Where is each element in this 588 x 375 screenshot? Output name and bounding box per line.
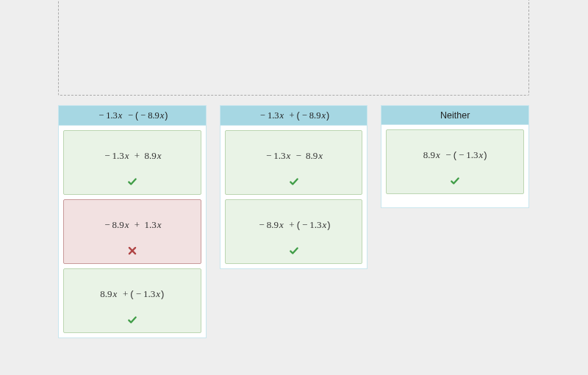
expression-text: 8.9x −(−1.3x) [392, 143, 517, 173]
column-cards: 8.9x −(−1.3x) [381, 125, 528, 199]
answer-card[interactable]: −8.9x + 1.3x [63, 199, 201, 264]
check-icon [70, 176, 195, 190]
sort-column[interactable]: Neither8.9x −(−1.3x) [381, 105, 529, 208]
column-header: Neither [381, 106, 528, 125]
check-icon [70, 314, 195, 328]
column-cards: −1.3x + 8.9x−8.9x + 1.3x8.9x +(−1.3x) [59, 126, 206, 338]
expression-text: 8.9x +(−1.3x) [70, 282, 195, 312]
column-cards: −1.3x − 8.9x−8.9x +(−1.3x) [220, 126, 368, 268]
sort-columns: −1.3x −(−8.9x)−1.3x + 8.9x−8.9x + 1.3x8.… [58, 105, 529, 338]
answer-card[interactable]: 8.9x −(−1.3x) [386, 129, 524, 194]
sort-column[interactable]: −1.3x +(−8.9x)−1.3x − 8.9x−8.9x +(−1.3x) [220, 105, 368, 269]
column-header: −1.3x −(−8.9x) [59, 106, 206, 126]
card-bank-dropzone[interactable] [58, 0, 529, 96]
column-header: −1.3x +(−8.9x) [220, 106, 368, 126]
sort-column[interactable]: −1.3x −(−8.9x)−1.3x + 8.9x−8.9x + 1.3x8.… [58, 105, 207, 338]
expression-text: −1.3x − 8.9x [232, 144, 356, 174]
answer-card[interactable]: −1.3x + 8.9x [63, 130, 201, 195]
check-icon [392, 175, 517, 189]
check-icon [232, 245, 356, 259]
answer-card[interactable]: −8.9x +(−1.3x) [225, 199, 363, 264]
check-icon [232, 176, 356, 190]
expression-text: −1.3x + 8.9x [70, 144, 195, 174]
cross-icon [70, 245, 195, 259]
expression-text: −8.9x + 1.3x [70, 213, 195, 243]
expression-text: −8.9x +(−1.3x) [232, 213, 356, 243]
answer-card[interactable]: −1.3x − 8.9x [225, 130, 363, 195]
answer-card[interactable]: 8.9x +(−1.3x) [63, 268, 201, 333]
